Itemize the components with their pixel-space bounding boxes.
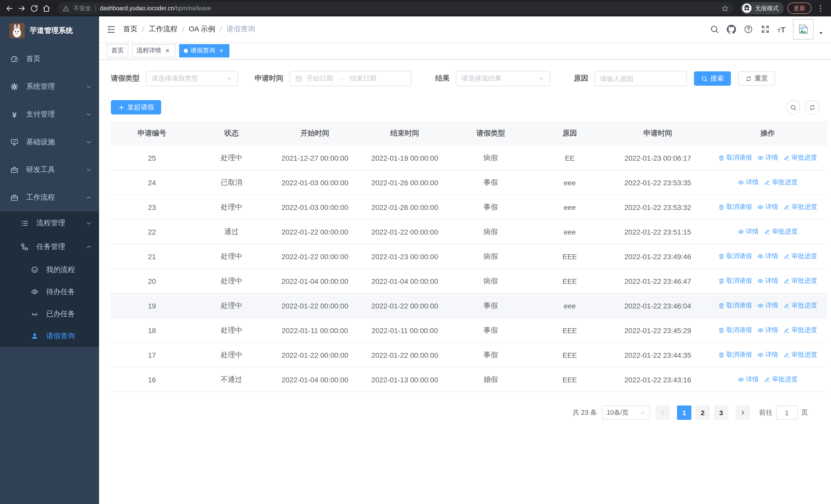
- view-tab[interactable]: 首页: [107, 44, 128, 57]
- page-button[interactable]: 2: [695, 406, 710, 420]
- cell-reason: EE: [532, 146, 608, 170]
- next-page-button[interactable]: [736, 406, 750, 420]
- cancel-leave-link[interactable]: 取消请假: [718, 326, 752, 335]
- sidebar-item-system[interactable]: 系统管理: [0, 73, 99, 100]
- view-tab[interactable]: 请假查询×: [179, 44, 229, 57]
- browser-forward-icon[interactable]: [18, 4, 26, 12]
- browser-back-icon[interactable]: [5, 4, 14, 12]
- help-icon[interactable]: [744, 25, 753, 34]
- search-button[interactable]: 搜索: [694, 71, 731, 86]
- search-icon[interactable]: [710, 25, 719, 34]
- detail-link[interactable]: 详情: [757, 252, 778, 261]
- sidebar-item-my-process[interactable]: 我的流程: [0, 259, 99, 281]
- table-row[interactable]: 21 处理中 2022-01-22 00:00:00 2022-01-23 00…: [111, 244, 827, 269]
- show-search-button[interactable]: [786, 100, 800, 114]
- table-row[interactable]: 16 不通过 2022-01-04 00:00:00 2022-01-13 00…: [111, 367, 827, 392]
- app-logo[interactable]: 芋道管理系统: [0, 17, 99, 45]
- page-size-select[interactable]: 10条/页: [602, 406, 650, 420]
- reset-button[interactable]: 重置: [738, 71, 775, 86]
- table-row[interactable]: 17 处理中 2022-01-22 00:00:00 2022-01-22 00…: [111, 343, 827, 367]
- detail-link[interactable]: 详情: [757, 277, 778, 285]
- approval-progress-link[interactable]: 审批进度: [764, 178, 798, 187]
- cell-reason: EEE: [532, 318, 608, 342]
- table-row[interactable]: 25 处理中 2021-12-27 00:00:00 2022-01-19 00…: [111, 146, 827, 170]
- create-leave-button[interactable]: 发起请假: [111, 100, 161, 114]
- browser-reload-icon[interactable]: [30, 4, 38, 12]
- goto-page-input[interactable]: [776, 406, 798, 420]
- avatar[interactable]: [793, 19, 813, 39]
- browser-home-icon[interactable]: [42, 4, 51, 12]
- sidebar-collapse-icon[interactable]: [106, 24, 116, 34]
- cancel-leave-link[interactable]: 取消请假: [718, 203, 752, 211]
- approval-progress-link[interactable]: 审批进度: [783, 351, 817, 359]
- approval-progress-link[interactable]: 审批进度: [783, 277, 817, 285]
- view-tab[interactable]: 流程详情×: [132, 44, 175, 57]
- bookmark-star-icon[interactable]: [721, 4, 729, 12]
- approval-progress-link[interactable]: 审批进度: [783, 252, 817, 261]
- sidebar-item-leave-query[interactable]: 请假查询: [0, 325, 99, 347]
- sidebar-item-done-tasks[interactable]: 已办任务: [0, 303, 99, 325]
- close-tab-icon[interactable]: ×: [218, 47, 225, 54]
- page-button[interactable]: 1: [677, 406, 691, 420]
- result-select[interactable]: 请选择流结果: [456, 71, 550, 86]
- sidebar-item-todo-tasks[interactable]: 待办任务: [0, 281, 99, 303]
- browser-update-button[interactable]: 更新: [787, 3, 811, 14]
- briefcase-icon: [10, 166, 19, 174]
- approval-progress-link[interactable]: 审批进度: [783, 301, 817, 310]
- approval-progress-link[interactable]: 审批进度: [764, 227, 798, 236]
- approval-progress-link[interactable]: 审批进度: [783, 326, 817, 335]
- cancel-leave-link[interactable]: 取消请假: [718, 301, 752, 310]
- sidebar-item-process-management[interactable]: 流程管理: [0, 211, 99, 235]
- cell-actions: 取消请假详情审批进度: [708, 318, 827, 342]
- cancel-leave-link[interactable]: 取消请假: [718, 153, 752, 162]
- cell-start-time: 2022-01-11 00:00:00: [270, 318, 360, 342]
- fullscreen-icon[interactable]: [761, 25, 770, 34]
- eye-icon: [757, 154, 764, 161]
- reset-button-label: 重置: [754, 74, 768, 83]
- github-icon[interactable]: [726, 25, 736, 34]
- pagination: 共 23 条 10条/页 123 前往 页: [111, 406, 819, 420]
- leave-type-select[interactable]: 请选择请假类型: [146, 71, 238, 86]
- prev-page-button[interactable]: [656, 406, 670, 420]
- cancel-leave-link[interactable]: 取消请假: [718, 351, 752, 359]
- table-row[interactable]: 18 处理中 2022-01-11 00:00:00 2022-01-11 00…: [111, 318, 827, 343]
- approval-progress-link[interactable]: 审批进度: [764, 375, 798, 384]
- font-size-icon[interactable]: TT: [777, 25, 785, 34]
- chevron-down-icon: [86, 167, 92, 173]
- sidebar-item-infra[interactable]: 基础设施: [0, 128, 99, 156]
- refresh-icon: [809, 104, 815, 111]
- breadcrumb-item[interactable]: 首页: [123, 25, 138, 34]
- detail-link[interactable]: 详情: [757, 326, 778, 335]
- cancel-leave-link[interactable]: 取消请假: [718, 252, 752, 261]
- sidebar-item-home[interactable]: 首页: [0, 45, 99, 73]
- table-row[interactable]: 20 处理中 2022-01-04 00:00:00 2022-01-04 00…: [111, 269, 827, 294]
- detail-link[interactable]: 详情: [757, 153, 778, 162]
- refresh-table-button[interactable]: [805, 100, 819, 114]
- sidebar-item-devtools[interactable]: 研发工具: [0, 156, 99, 184]
- cancel-leave-link[interactable]: 取消请假: [718, 277, 752, 285]
- table-row[interactable]: 24 已取消 2022-01-03 00:00:00 2022-01-26 00…: [111, 170, 827, 195]
- table-row[interactable]: 22 通过 2022-01-22 00:00:00 2022-01-22 00:…: [111, 220, 827, 244]
- breadcrumb-item[interactable]: 工作流程: [149, 25, 178, 34]
- caret-down-icon[interactable]: [818, 30, 824, 36]
- breadcrumb-item[interactable]: OA 示例: [189, 25, 215, 34]
- close-tab-icon[interactable]: ×: [164, 47, 171, 54]
- browser-menu-icon[interactable]: ⋮: [815, 4, 826, 13]
- sidebar-item-workflow[interactable]: 工作流程: [0, 184, 99, 211]
- page-button[interactable]: 3: [714, 406, 728, 420]
- table-row[interactable]: 23 处理中 2022-01-03 00:00:00 2022-01-26 00…: [111, 195, 827, 220]
- approval-progress-link[interactable]: 审批进度: [783, 203, 817, 211]
- table-row[interactable]: 19 处理中 2022-01-22 00:00:00 2022-01-22 00…: [111, 294, 827, 318]
- approval-progress-link[interactable]: 审批进度: [783, 153, 817, 162]
- sidebar-item-task-management[interactable]: 任务管理: [0, 235, 99, 259]
- detail-link[interactable]: 详情: [757, 351, 778, 359]
- detail-link[interactable]: 详情: [757, 203, 778, 211]
- detail-link[interactable]: 详情: [738, 227, 758, 236]
- address-bar[interactable]: 不安全 dashboard.yudao.iocoder.cn/bpm/oa/le…: [57, 2, 734, 14]
- detail-link[interactable]: 详情: [738, 178, 758, 187]
- apply-time-range-picker[interactable]: 开始日期 - 结束日期: [289, 71, 412, 86]
- sidebar-item-payment[interactable]: ¥ 支付管理: [0, 100, 99, 128]
- reason-input[interactable]: [594, 71, 687, 86]
- detail-link[interactable]: 详情: [757, 301, 778, 310]
- detail-link[interactable]: 详情: [738, 375, 758, 384]
